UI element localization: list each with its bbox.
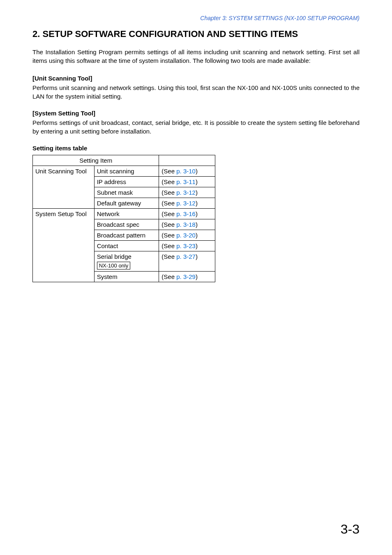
unit-scanning-heading: [Unit Scanning Tool]: [32, 75, 360, 82]
page-number: 3-3: [341, 522, 360, 537]
page-link[interactable]: p. 3-20: [176, 232, 196, 239]
page-link[interactable]: p. 3-12: [176, 189, 196, 196]
intro-paragraph: The Installation Setting Program permits…: [32, 48, 360, 65]
table-header-empty: [159, 155, 215, 166]
see-suffix: ): [196, 232, 198, 239]
see-prefix: (See: [161, 200, 176, 207]
see-cell: (See p. 3-16): [159, 209, 215, 219]
see-cell: (See p. 3-18): [159, 219, 215, 230]
nx-100-only-badge: NX-100 only: [97, 262, 131, 269]
tool-section-system-setting: [System Setting Tool] Performs settings …: [32, 110, 360, 136]
item-cell: Default gateway: [94, 198, 159, 209]
page-link[interactable]: p. 3-10: [176, 168, 196, 175]
see-prefix: (See: [161, 232, 176, 239]
page-link[interactable]: p. 3-27: [176, 253, 196, 260]
see-suffix: ): [196, 200, 198, 207]
system-setting-heading: [System Setting Tool]: [32, 110, 360, 117]
see-suffix: ): [196, 253, 198, 260]
see-cell: (See p. 3-12): [159, 198, 215, 209]
see-prefix: (See: [161, 210, 176, 217]
see-prefix: (See: [161, 168, 176, 175]
group-cell-unit-scanning: Unit Scanning Tool: [33, 166, 95, 209]
table-header-cell: Setting Item: [33, 155, 159, 166]
see-cell: (See p. 3-23): [159, 241, 215, 251]
see-suffix: ): [196, 178, 198, 185]
page-link[interactable]: p. 3-16: [176, 210, 196, 217]
see-cell: (See p. 3-20): [159, 230, 215, 241]
page-link[interactable]: p. 3-18: [176, 221, 196, 228]
see-cell: (See p. 3-11): [159, 177, 215, 187]
see-suffix: ): [196, 221, 198, 228]
see-cell: (See p. 3-10): [159, 166, 215, 177]
settings-table: Setting Item Unit Scanning Tool Unit sca…: [32, 155, 215, 282]
see-prefix: (See: [161, 221, 176, 228]
see-suffix: ): [196, 242, 198, 249]
see-cell: (See p. 3-27): [159, 251, 215, 272]
table-header-row: Setting Item: [33, 155, 215, 166]
item-text: Serial bridge: [97, 253, 131, 260]
item-cell: System: [94, 272, 159, 282]
page-title: 2. SETUP SOFTWARE CONFIGURATION AND SETT…: [32, 29, 360, 39]
item-cell: Subnet mask: [94, 187, 159, 198]
see-suffix: ): [196, 189, 198, 196]
table-row: Unit Scanning Tool Unit scanning (See p.…: [33, 166, 215, 177]
system-setting-desc: Performs settings of unit broadcast, con…: [32, 118, 360, 136]
see-prefix: (See: [161, 253, 176, 260]
see-prefix: (See: [161, 273, 176, 280]
see-prefix: (See: [161, 242, 176, 249]
item-cell: IP address: [94, 177, 159, 187]
item-cell-serial-bridge: Serial bridge NX-100 only: [94, 251, 159, 272]
item-cell: Unit scanning: [94, 166, 159, 177]
table-title: Setting items table: [32, 145, 360, 152]
page-link[interactable]: p. 3-29: [176, 273, 196, 280]
page-container: Chapter 3: SYSTEM SETTINGS (NX-100 SETUP…: [0, 0, 392, 555]
see-prefix: (See: [161, 189, 176, 196]
page-link[interactable]: p. 3-23: [176, 242, 196, 249]
item-cell: Contact: [94, 241, 159, 251]
page-link[interactable]: p. 3-12: [176, 200, 196, 207]
item-cell: Broadcast spec: [94, 219, 159, 230]
see-prefix: (See: [161, 178, 176, 185]
see-cell: (See p. 3-29): [159, 272, 215, 282]
group-cell-system-setup: System Setup Tool: [33, 209, 95, 282]
unit-scanning-desc: Performs unit scanning and network setti…: [32, 83, 360, 101]
chapter-header: Chapter 3: SYSTEM SETTINGS (NX-100 SETUP…: [32, 15, 360, 21]
table-row: System Setup Tool Network (See p. 3-16): [33, 209, 215, 219]
tool-section-unit-scanning: [Unit Scanning Tool] Performs unit scann…: [32, 75, 360, 101]
see-suffix: ): [196, 168, 198, 175]
item-cell: Network: [94, 209, 159, 219]
see-suffix: ): [196, 210, 198, 217]
see-cell: (See p. 3-12): [159, 187, 215, 198]
page-link[interactable]: p. 3-11: [176, 178, 196, 185]
see-suffix: ): [196, 273, 198, 280]
item-cell: Broadcast pattern: [94, 230, 159, 241]
